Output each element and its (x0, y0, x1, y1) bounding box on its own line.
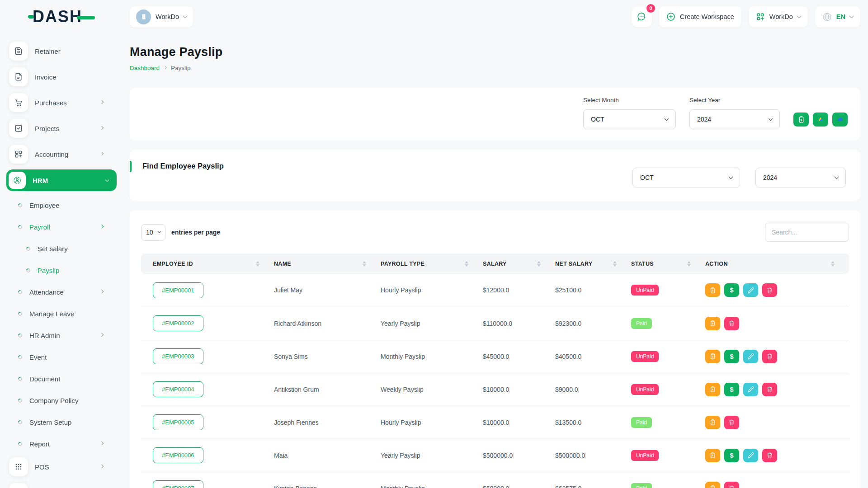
google-drive-icon (817, 116, 825, 123)
payslip-icon: $ (709, 386, 716, 393)
employee-id-badge[interactable]: #EMP00004 (153, 381, 203, 397)
select-year-label: Select Year (689, 97, 780, 103)
delete-button[interactable] (724, 416, 739, 429)
table-controls: 10 entries per page (141, 223, 849, 242)
make-payment-button[interactable]: $ (724, 283, 739, 297)
breadcrumb-dashboard-link[interactable]: Dashboard (130, 65, 160, 71)
edit-button[interactable] (743, 350, 758, 363)
sort-icon[interactable] (537, 261, 541, 267)
column-header-employee-id[interactable]: EMPLOYEE ID (141, 253, 274, 274)
payslip-icon: $ (709, 485, 716, 488)
payslip-button[interactable]: $ (705, 416, 720, 429)
google-drive-button[interactable] (813, 113, 828, 127)
sidebar-item-pos[interactable]: POS (9, 456, 114, 477)
sidebar-item-document[interactable]: Document (9, 370, 114, 388)
column-label: PAYROLL TYPE (381, 261, 425, 267)
payslip-button[interactable]: $ (705, 449, 720, 462)
retainer-icon-box (9, 42, 28, 61)
messages-button[interactable]: 0 (632, 7, 652, 27)
trash-icon (728, 485, 735, 488)
delete-button[interactable] (762, 449, 777, 462)
workspace-selector[interactable]: WorkDo (130, 6, 193, 28)
sidebar-item-payslip[interactable]: Payslip (9, 261, 114, 279)
month-select[interactable]: OCT (583, 109, 676, 129)
column-header-name[interactable]: NAME (274, 253, 381, 274)
column-header-payroll-type[interactable]: PAYROLL TYPE (381, 253, 483, 274)
sidebar-item-event[interactable]: Event (9, 348, 114, 366)
chevron-down-icon (665, 117, 669, 121)
employee-id-badge[interactable]: #EMP00003 (153, 348, 203, 364)
delete-button[interactable] (724, 482, 739, 488)
sort-icon[interactable] (613, 261, 617, 267)
column-header-status[interactable]: STATUS (631, 253, 705, 274)
edit-button[interactable] (743, 449, 758, 462)
payslip-button[interactable]: $ (705, 283, 720, 297)
sidebar-item-label: Payroll (29, 223, 50, 231)
sidebar-item-manage-leave[interactable]: Manage Leave (9, 305, 114, 323)
create-workspace-button[interactable]: Create Workspace (659, 6, 741, 28)
bulk-payment-button[interactable]: $ (793, 113, 809, 127)
sidebar-item-hr-admin[interactable]: HR Admin (9, 326, 114, 344)
bullet-icon (17, 289, 23, 295)
column-header-action[interactable]: ACTION (705, 253, 849, 274)
payslip-button[interactable]: $ (705, 350, 720, 363)
sort-icon[interactable] (687, 261, 691, 267)
sidebar-item-hrm[interactable]: HRM (6, 169, 117, 191)
payslip-button[interactable]: $ (705, 317, 720, 330)
employee-id-badge[interactable]: #EMP00002 (153, 315, 203, 331)
employee-id-badge[interactable]: #EMP00001 (153, 282, 203, 298)
employee-id-badge[interactable]: #EMP00005 (153, 414, 203, 430)
payslip-button[interactable]: $ (705, 383, 720, 396)
edit-button[interactable] (743, 383, 758, 396)
find-year-value: 2024 (763, 174, 777, 181)
sidebar-item-employee[interactable]: Employee (9, 196, 114, 214)
make-payment-button[interactable]: $ (724, 449, 739, 462)
sidebar-item-label: POS (35, 463, 49, 471)
hrm-icon-box (9, 172, 26, 189)
year-select[interactable]: 2024 (689, 109, 780, 129)
onedrive-icon (836, 116, 844, 123)
brand-logo[interactable]: DASH (0, 7, 123, 26)
delete-button[interactable] (762, 283, 777, 297)
find-month-select[interactable]: OCT (632, 168, 740, 188)
employee-id-badge[interactable]: #EMP00006 (153, 447, 203, 463)
sidebar-item-projects[interactable]: Projects (9, 118, 114, 139)
language-selector[interactable]: EN (815, 6, 860, 28)
sidebar-item-retainer[interactable]: Retainer (9, 41, 114, 61)
delete-button[interactable] (762, 350, 777, 363)
bullet-icon (17, 354, 23, 360)
sidebar-item-system-setup[interactable]: System Setup (9, 413, 114, 431)
sidebar-item-accounting[interactable]: Accounting (9, 144, 114, 164)
sidebar-item-payroll[interactable]: Payroll (9, 218, 114, 236)
employee-id-badge[interactable]: #EMP00007 (153, 480, 203, 488)
delete-button[interactable] (724, 317, 739, 330)
delete-button[interactable] (762, 383, 777, 396)
search-input[interactable] (765, 223, 849, 242)
sidebar-item-set-salary[interactable]: Set salary (9, 239, 114, 258)
make-payment-button[interactable]: $ (724, 350, 739, 363)
sidebar-item-attendance[interactable]: Attendance (9, 283, 114, 301)
sidebar-item-label: Company Policy (29, 397, 78, 404)
column-header-net-salary[interactable]: NET SALARY (555, 253, 631, 274)
sort-icon[interactable] (831, 261, 835, 267)
sidebar-item-report[interactable]: Report (9, 435, 114, 453)
payslip-button[interactable]: $ (705, 482, 720, 488)
select-month-label: Select Month (583, 97, 676, 103)
edit-button[interactable] (743, 283, 758, 297)
sort-icon[interactable] (363, 261, 366, 267)
sort-icon[interactable] (256, 261, 259, 267)
sidebar-item-label: Purchases (35, 99, 67, 107)
sort-icon[interactable] (465, 261, 468, 267)
one-drive-button[interactable] (832, 113, 848, 127)
brand-name: DASH (33, 7, 82, 26)
find-year-select[interactable]: 2024 (755, 168, 846, 188)
page-size-select[interactable]: 10 (141, 224, 165, 241)
make-payment-button[interactable]: $ (724, 383, 739, 396)
sidebar-item-crm[interactable]: CRM (9, 482, 114, 488)
sidebar-item-invoice[interactable]: Invoice (9, 66, 114, 87)
column-header-salary[interactable]: SALARY (483, 253, 555, 274)
workdo-menu-button[interactable]: WorkDo (749, 6, 808, 28)
sidebar-item-purchases[interactable]: Purchases (9, 92, 114, 113)
column-label: NET SALARY (555, 261, 592, 267)
sidebar-item-company-policy[interactable]: Company Policy (9, 391, 114, 409)
